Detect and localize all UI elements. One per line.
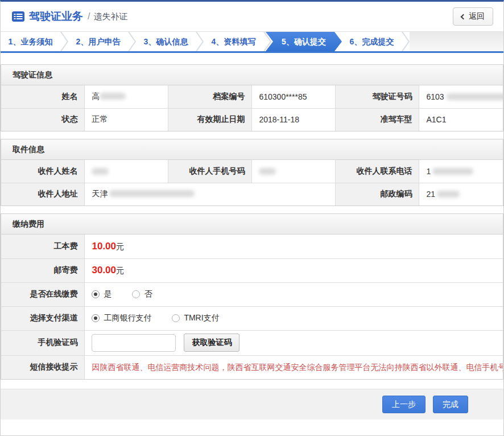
- name-value: 高: [85, 85, 168, 108]
- table-row: 收件人姓名 收件人手机号码 收件人联系电话 1: [1, 160, 503, 183]
- online-pay-no-option[interactable]: 否: [132, 289, 152, 298]
- redacted-blur: [100, 93, 126, 100]
- get-code-button[interactable]: 获取验证码: [184, 334, 239, 352]
- breadcrumb-current: 遗失补证: [93, 11, 127, 22]
- table-row: 工本费 10.00元: [1, 235, 503, 258]
- radio-checked-icon[interactable]: [92, 314, 100, 322]
- breadcrumb-divider: /: [88, 11, 90, 22]
- recipient-name-value: [85, 160, 168, 183]
- redacted-blur: [447, 93, 503, 100]
- payment-table: 工本费 10.00元 邮寄费 30.00元 是否在线缴费 是 否 选择支付渠道 …: [1, 235, 503, 379]
- radio-unchecked-icon[interactable]: [172, 314, 180, 322]
- sms-code-input[interactable]: [92, 334, 176, 352]
- channel-tmri-option[interactable]: TMRI支付: [172, 313, 219, 322]
- step-3-confirm-info[interactable]: 3、确认信息: [136, 32, 196, 51]
- status-label: 状态: [1, 108, 85, 131]
- license-list-icon: [12, 11, 24, 22]
- step-5-confirm-submit[interactable]: 5、确认提交: [266, 32, 342, 51]
- vehicle-class-label: 准驾车型: [336, 108, 419, 131]
- file-no-value: 610300****85: [252, 85, 336, 108]
- step-separator-icon: [196, 32, 204, 51]
- finish-button[interactable]: 完成: [433, 396, 468, 413]
- redacted-blur: [432, 168, 473, 175]
- table-row: 邮寄费 30.00元: [1, 258, 503, 282]
- chevron-left-icon: [461, 14, 466, 19]
- table-row: 是否在线缴费 是 否: [1, 282, 503, 306]
- step-separator-icon: [128, 32, 136, 51]
- channel-label: 选择支付渠道: [1, 306, 85, 330]
- recipient-phone-value: 1: [419, 160, 503, 183]
- online-pay-options: 是 否: [85, 282, 503, 306]
- step-1-notice[interactable]: 1、业务须知: [1, 32, 60, 51]
- page-header: 驾驶证业务 / 遗失补证 返回: [1, 2, 503, 32]
- table-row: 选择支付渠道 工商银行支付 TMRI支付: [1, 306, 503, 330]
- recipient-mobile-value: [252, 160, 336, 183]
- work-fee-amount: 10.00: [92, 241, 116, 252]
- channel-options: 工商银行支付 TMRI支付: [85, 306, 503, 330]
- radio-unchecked-icon[interactable]: [132, 290, 140, 298]
- step-6-complete-submit[interactable]: 6、完成提交: [342, 32, 402, 51]
- recipient-address-label: 收件人地址: [1, 183, 85, 205]
- sms-tip-label: 短信接收提示: [1, 355, 85, 379]
- sms-tip-cell: 因陕西省联通、电信运营商技术问题，陕西省互联网交通安全综合服务管理平台无法向持陕…: [85, 355, 503, 379]
- table-row: 收件人地址 天津 邮政编码 21: [1, 183, 503, 205]
- postal-code-value: 21: [419, 183, 503, 205]
- back-button[interactable]: 返回: [453, 7, 493, 26]
- step-separator-icon: [402, 32, 410, 51]
- vehicle-class-value: A1C1: [419, 108, 503, 131]
- fee-unit: 元: [116, 266, 124, 275]
- recipient-phone-label: 收件人联系电话: [336, 160, 419, 183]
- license-no-label: 驾驶证号码: [336, 85, 419, 108]
- postal-code-label: 邮政编码: [336, 183, 419, 205]
- step-4-fill-data[interactable]: 4、资料填写: [204, 32, 263, 51]
- pickup-info-title: 取件信息: [1, 139, 503, 160]
- tabs-filler: [410, 32, 503, 51]
- prev-step-button[interactable]: 上一步: [382, 396, 425, 413]
- work-fee-value: 10.00元: [85, 235, 503, 258]
- online-pay-no-label: 否: [144, 289, 152, 298]
- sms-code-label: 手机验证码: [1, 330, 85, 355]
- footer-action-bar: 上一步 完成: [1, 389, 503, 419]
- table-row: 短信接收提示 因陕西省联通、电信运营商技术问题，陕西省互联网交通安全综合服务管理…: [1, 355, 503, 379]
- name-label: 姓名: [1, 85, 85, 108]
- work-fee-label: 工本费: [1, 235, 85, 258]
- sms-code-field: 获取验证码: [85, 330, 503, 355]
- sms-tip-text: 因陕西省联通、电信运营商技术问题，陕西省互联网交通安全综合服务管理平台无法向持陕…: [92, 360, 496, 375]
- redacted-blur: [437, 191, 460, 198]
- step-2-declaration[interactable]: 2、用户申告: [68, 32, 128, 51]
- online-pay-label: 是否在线缴费: [1, 282, 85, 306]
- recipient-mobile-label: 收件人手机号码: [168, 160, 252, 183]
- table-row: 手机验证码 获取验证码: [1, 330, 503, 355]
- expiry-label: 有效期止日期: [168, 108, 252, 131]
- wizard-steps: 1、业务须知 2、用户申告 3、确认信息 4、资料填写 5、确认提交 6、完成提…: [1, 32, 503, 53]
- pickup-info-section: 取件信息 收件人姓名 收件人手机号码 收件人联系电话 1 收件人地址 天津 邮政…: [1, 139, 503, 206]
- expiry-value: 2018-11-18: [252, 108, 336, 131]
- step-separator-icon: [60, 32, 68, 51]
- channel-icbc-option[interactable]: 工商银行支付: [92, 313, 151, 322]
- mail-fee-label: 邮寄费: [1, 258, 85, 282]
- online-pay-yes-label: 是: [104, 289, 111, 298]
- mail-fee-value: 30.00元: [85, 258, 503, 282]
- channel-icbc-label: 工商银行支付: [104, 313, 151, 322]
- license-info-section: 驾驶证信息 姓名 高 档案编号 610300****85 驾驶证号码 6103 …: [1, 64, 503, 131]
- channel-tmri-label: TMRI支付: [184, 313, 219, 322]
- recipient-address-value: 天津: [85, 183, 336, 205]
- table-row: 状态 正常 有效期止日期 2018-11-18 准驾车型 A1C1: [1, 108, 503, 131]
- back-button-label: 返回: [469, 11, 485, 22]
- online-pay-yes-option[interactable]: 是: [92, 289, 111, 298]
- license-info-title: 驾驶证信息: [1, 65, 503, 85]
- file-no-label: 档案编号: [168, 85, 252, 108]
- redacted-blur: [92, 168, 109, 175]
- redacted-blur: [259, 168, 276, 175]
- license-no-value: 6103: [419, 85, 503, 108]
- payment-title: 缴纳费用: [1, 214, 503, 235]
- recipient-name-label: 收件人姓名: [1, 160, 85, 183]
- fee-unit: 元: [116, 242, 124, 251]
- license-info-table: 姓名 高 档案编号 610300****85 驾驶证号码 6103 状态 正常 …: [1, 85, 503, 131]
- table-row: 姓名 高 档案编号 610300****85 驾驶证号码 6103: [1, 85, 503, 108]
- radio-checked-icon[interactable]: [92, 290, 100, 298]
- status-value: 正常: [85, 108, 168, 131]
- page-title: 驾驶证业务: [29, 9, 83, 24]
- redacted-blur: [109, 190, 195, 197]
- pickup-info-table: 收件人姓名 收件人手机号码 收件人联系电话 1 收件人地址 天津 邮政编码 21: [1, 160, 503, 205]
